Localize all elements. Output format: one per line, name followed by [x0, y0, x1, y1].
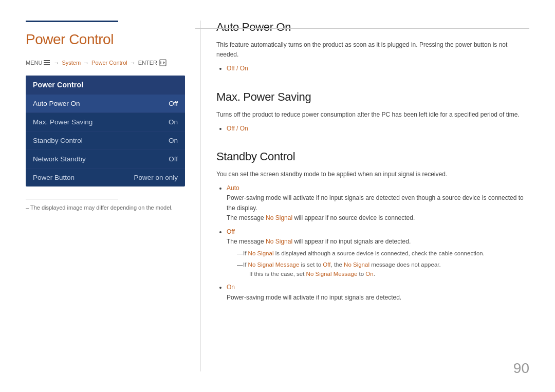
standby-off-note2-msg-link: No Signal Message	[306, 271, 358, 277]
section-auto-power-on-desc: This feature automatically turns on the …	[216, 40, 524, 60]
section-max-power-saving: Max. Power Saving Turns off the product …	[216, 90, 524, 134]
page-number: 90	[513, 360, 529, 377]
menu-box: Power Control Auto Power On Off Max. Pow…	[26, 76, 185, 186]
standby-auto-no-signal: No Signal	[266, 214, 292, 221]
menu-item-max-power-saving[interactable]: Max. Power Saving On	[26, 113, 185, 131]
menu-item-auto-power-on[interactable]: Auto Power On Off	[26, 94, 185, 113]
menu-divider	[26, 199, 118, 199]
auto-power-on-off-on: Off / On	[227, 65, 248, 72]
menu-item-power-button-value: Power on only	[134, 174, 178, 181]
section-max-power-saving-bullets: Off / On	[216, 124, 524, 134]
section-auto-power-on-bullets: Off / On	[216, 64, 524, 73]
top-divider-line	[195, 28, 529, 29]
breadcrumb-arrow-3: →	[130, 60, 136, 66]
breadcrumb-power-control: Power Control	[91, 60, 127, 66]
section-standby-control: Standby Control You can set the screen s…	[216, 150, 524, 303]
menu-item-standby-control[interactable]: Standby Control On	[26, 131, 185, 150]
breadcrumb-arrow-2: →	[83, 60, 89, 66]
max-power-saving-option: Off / On	[227, 124, 524, 134]
standby-off-no-signal: No Signal	[266, 238, 292, 245]
standby-off-label: Off	[227, 228, 235, 235]
standby-auto-label: Auto	[227, 184, 239, 192]
breadcrumb-arrow-1: →	[53, 60, 59, 66]
standby-off-note2: If No Signal Message is set to Off, the …	[237, 260, 524, 279]
max-power-saving-off-on: Off / On	[227, 125, 248, 132]
section-auto-power-on-title: Auto Power On	[216, 21, 524, 34]
menu-icon	[44, 60, 50, 65]
menu-item-max-power-saving-label: Max. Power Saving	[33, 118, 92, 126]
menu-item-standby-control-value: On	[169, 137, 178, 144]
menu-item-max-power-saving-value: On	[169, 118, 178, 126]
breadcrumb-enter: ENTER	[138, 60, 157, 66]
menu-item-power-button[interactable]: Power Button Power on only	[26, 168, 185, 186]
menu-item-network-standby[interactable]: Network Standby Off	[26, 150, 185, 168]
title-rule	[26, 21, 118, 22]
standby-auto-item: Auto Power-saving mode will activate if …	[227, 183, 524, 223]
standby-off-desc1: The message No Signal will appear if no …	[227, 238, 411, 245]
standby-auto-desc1: Power-saving mode will activate if no in…	[227, 194, 524, 211]
standby-off-note2-off: Off	[323, 262, 330, 268]
menu-item-auto-power-on-label: Auto Power On	[33, 100, 80, 107]
breadcrumb-system: System	[62, 60, 81, 66]
menu-item-power-button-label: Power Button	[33, 174, 75, 181]
section-standby-control-title: Standby Control	[216, 150, 524, 163]
auto-power-on-option: Off / On	[227, 64, 524, 73]
standby-off-note2-no-signal: No Signal	[344, 262, 369, 268]
menu-label: MENU	[26, 60, 42, 66]
standby-off-note1-no-signal: No Signal	[248, 250, 274, 256]
menu-item-standby-control-label: Standby Control	[33, 137, 83, 144]
section-standby-control-desc: You can set the screen standby mode to b…	[216, 170, 524, 179]
standby-off-note2-on: On	[365, 271, 373, 277]
page-title: Power Control	[26, 31, 185, 48]
standby-off-note2-no-signal-msg: No Signal Message	[248, 262, 300, 268]
standby-on-label: On	[227, 284, 235, 291]
standby-on-item: On Power-saving mode will activate if no…	[227, 283, 524, 302]
standby-control-bullets: Auto Power-saving mode will activate if …	[216, 183, 524, 303]
standby-off-item: Off The message No Signal will appear if…	[227, 227, 524, 279]
menu-item-network-standby-label: Network Standby	[33, 155, 86, 163]
standby-on-desc1: Power-saving mode will activate if no in…	[227, 294, 401, 301]
section-max-power-saving-title: Max. Power Saving	[216, 90, 524, 104]
section-max-power-saving-desc: Turns off the product to reduce power co…	[216, 110, 524, 120]
standby-off-sub-notes: If No Signal is displayed although a sou…	[227, 249, 524, 278]
menu-box-title: Power Control	[26, 76, 185, 94]
right-column: Auto Power On This feature automatically…	[200, 21, 529, 371]
standby-off-note1: If No Signal is displayed although a sou…	[237, 249, 524, 258]
breadcrumb: MENU → System → Power Control → ENTER	[26, 59, 185, 66]
menu-item-network-standby-value: Off	[169, 155, 178, 163]
menu-item-auto-power-on-value: Off	[169, 100, 178, 107]
standby-auto-desc2: The message No Signal will appear if no …	[227, 214, 415, 221]
note-text: – The displayed image may differ dependi…	[26, 204, 185, 211]
left-column: Power Control MENU → System → Power Cont…	[26, 21, 200, 371]
enter-icon	[159, 59, 166, 66]
